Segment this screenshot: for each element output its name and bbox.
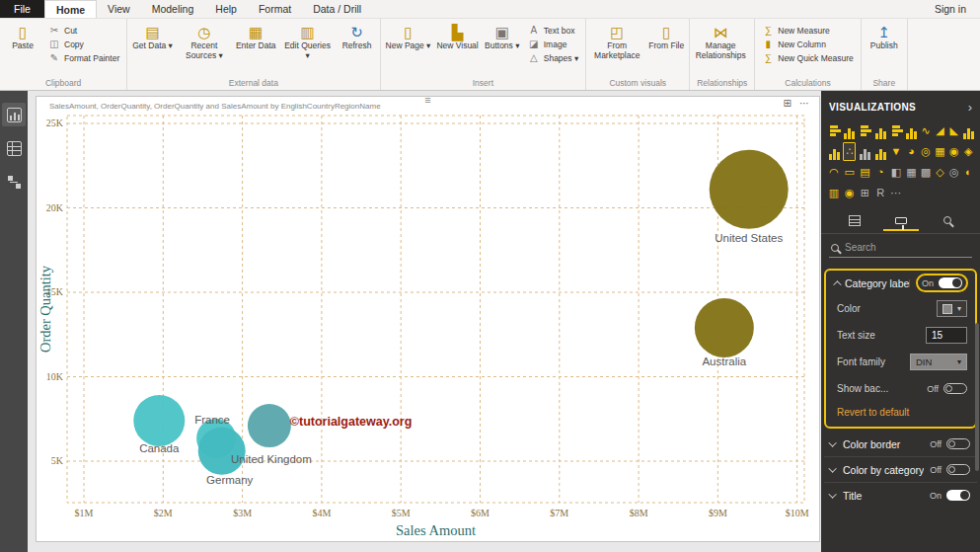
paste-button[interactable]: ▯Paste [3, 21, 42, 72]
pie-chart-icon[interactable]: ◕ [905, 142, 918, 161]
clustered-bar-chart-icon[interactable] [857, 121, 872, 140]
100-stacked-column-chart-icon[interactable] [905, 121, 918, 140]
show-bac-toggle[interactable] [943, 383, 967, 394]
slicer-icon[interactable]: ◧ [888, 163, 904, 182]
stacked-bar-chart-icon[interactable] [826, 121, 842, 140]
new-visual-button[interactable]: ▙New Visual [434, 21, 480, 72]
100-stacked-bar-chart-icon[interactable] [888, 121, 904, 140]
filled-map-icon[interactable]: ◈ [962, 142, 975, 161]
manage-relationships-button[interactable]: ⋈Manage Relationships [693, 21, 748, 72]
ribbon-chart-icon[interactable] [857, 142, 872, 161]
from-marketplace-button[interactable]: ◰From Marketplace [589, 21, 644, 72]
tab-fields[interactable] [837, 211, 872, 231]
tab-analytics[interactable] [930, 211, 965, 231]
kpi-icon[interactable]: ◔ [873, 163, 886, 182]
section-header-title[interactable]: TitleOn [824, 483, 977, 508]
new-measure-button[interactable]: ∑New Measure [758, 24, 858, 37]
buttons-button[interactable]: ▣Buttons ▾ [483, 21, 522, 72]
get-data-button[interactable]: ▤Get Data ▾ [130, 21, 175, 72]
tab-help[interactable]: Help [204, 0, 248, 18]
tab-data-drill[interactable]: Data / Drill [302, 0, 372, 18]
cut-button[interactable]: ✂Cut [44, 24, 123, 37]
r-script-visual-icon[interactable]: R [873, 184, 886, 202]
focus-mode-icon[interactable]: ⊞ [784, 98, 792, 109]
line-and-clustered-column-chart-icon[interactable] [826, 142, 842, 161]
new-quick-measure-button[interactable]: ∑New Quick Measure [758, 51, 858, 64]
shape-map-icon[interactable]: ◇ [934, 163, 946, 182]
new-page-button[interactable]: ▯New Page ▾ [384, 21, 433, 72]
waterfall-chart-icon[interactable] [873, 142, 886, 161]
drag-handle-icon[interactable]: ≡ [424, 95, 430, 105]
recent-sources-button[interactable]: ◷Recent Sources ▾ [177, 21, 232, 72]
color-by-category-toggle[interactable] [946, 464, 970, 475]
color-border-toggle[interactable] [946, 438, 970, 449]
section-header-color-border[interactable]: Color borderOff [824, 432, 977, 456]
title-toggle[interactable] [946, 490, 970, 501]
publish-button[interactable]: ↥Publish [865, 21, 904, 72]
key-influencers-icon[interactable]: ◐ [962, 163, 975, 182]
more-options-icon[interactable]: ⋯ [799, 98, 809, 109]
ribbon-group-share: ↥PublishShare [862, 19, 908, 90]
section-header-category-labels[interactable]: Category labelsOn [826, 271, 975, 295]
collapse-pane-icon[interactable]: › [968, 103, 972, 113]
esri-map-icon[interactable]: ◉ [843, 184, 856, 202]
line-and-stacked-column-chart-icon[interactable] [962, 121, 975, 140]
new-column-button[interactable]: ▮New Column [758, 38, 858, 50]
tab-format[interactable] [883, 211, 919, 231]
powerbi-window: FileHomeViewModelingHelpFormatData / Dri… [0, 0, 980, 552]
report-view-button[interactable] [2, 103, 26, 126]
pane-scrollbar[interactable] [975, 323, 979, 471]
image-button[interactable]: ◪Image [524, 38, 582, 50]
line-chart-icon[interactable]: ∿ [919, 121, 932, 140]
copy-button[interactable]: ◫Copy [44, 38, 123, 50]
area-chart-icon[interactable]: ◢ [934, 121, 946, 140]
section-label: Color border [843, 438, 924, 450]
search-input[interactable] [845, 242, 955, 253]
arcgis-map-icon[interactable]: ◎ [947, 163, 960, 182]
format-painter-button[interactable]: ✎Format Painter [44, 51, 123, 64]
card-icon[interactable]: ▭ [843, 163, 856, 182]
tab-home[interactable]: Home [44, 0, 97, 18]
section-header-color-by-category[interactable]: Color by categoryOff [824, 457, 977, 482]
stacked-column-chart-icon[interactable] [843, 121, 856, 140]
donut-chart-icon[interactable]: ◎ [919, 142, 932, 161]
text-box-button[interactable]: AText box [524, 24, 582, 37]
tab-view[interactable]: View [97, 0, 141, 18]
edit-queries-button[interactable]: ▥Edit Queries ▾ [280, 21, 336, 72]
color-dropdown[interactable]: ▾ [937, 300, 967, 317]
shapes-button[interactable]: △Shapes ▾ [524, 51, 582, 64]
tab-file[interactable]: File [0, 0, 44, 18]
gauge-icon[interactable]: ◠ [826, 163, 842, 182]
search-box[interactable] [829, 238, 972, 258]
tab-format[interactable]: Format [248, 0, 302, 18]
data-view-button[interactable] [2, 136, 26, 160]
new-visual-icon: ▙ [452, 24, 464, 41]
visual-toolbar: ⊞ ⋯ [784, 98, 809, 109]
enter-data-button[interactable]: ▦Enter Data [234, 21, 278, 72]
table-icon[interactable]: ▦ [905, 163, 918, 182]
text-size-input[interactable]: 15 [926, 327, 967, 344]
revert-to-default-link[interactable]: Revert to default [826, 402, 975, 427]
treemap-icon[interactable]: ▦ [934, 142, 946, 161]
chevron-down-icon: ▾ [957, 357, 961, 366]
table-heatmap-icon[interactable]: ▥ [826, 184, 842, 202]
category-labels-toggle[interactable] [939, 277, 962, 288]
multi-row-card-icon[interactable]: ▤ [857, 163, 872, 182]
powerapps-icon[interactable]: ⊞ [857, 184, 872, 202]
more-visuals-icon[interactable]: ⋯ [888, 184, 904, 202]
y-tick-label: 20K [46, 202, 64, 213]
sign-in-link[interactable]: Sign in [921, 0, 980, 18]
visual-title: SalesAmount, OrderQuantity, OrderQuantit… [49, 102, 381, 111]
scatter-chart-icon[interactable]: ∴ [843, 142, 856, 161]
stacked-area-chart-icon[interactable]: ◣ [947, 121, 960, 140]
matrix-icon[interactable]: ▩ [919, 163, 932, 182]
model-view-button[interactable] [2, 170, 26, 194]
map-icon[interactable]: ◉ [947, 142, 960, 161]
scatter-chart-visual[interactable]: SalesAmount, OrderQuantity, OrderQuantit… [36, 96, 820, 542]
funnel-chart-icon[interactable]: ▼ [888, 142, 904, 161]
tab-modeling[interactable]: Modeling [141, 0, 205, 18]
clustered-column-chart-icon[interactable] [873, 121, 886, 140]
refresh-button[interactable]: ↻Refresh [338, 21, 377, 72]
font-family-dropdown[interactable]: DIN▾ [910, 354, 967, 370]
from-file-button[interactable]: ▯From File [646, 21, 686, 72]
